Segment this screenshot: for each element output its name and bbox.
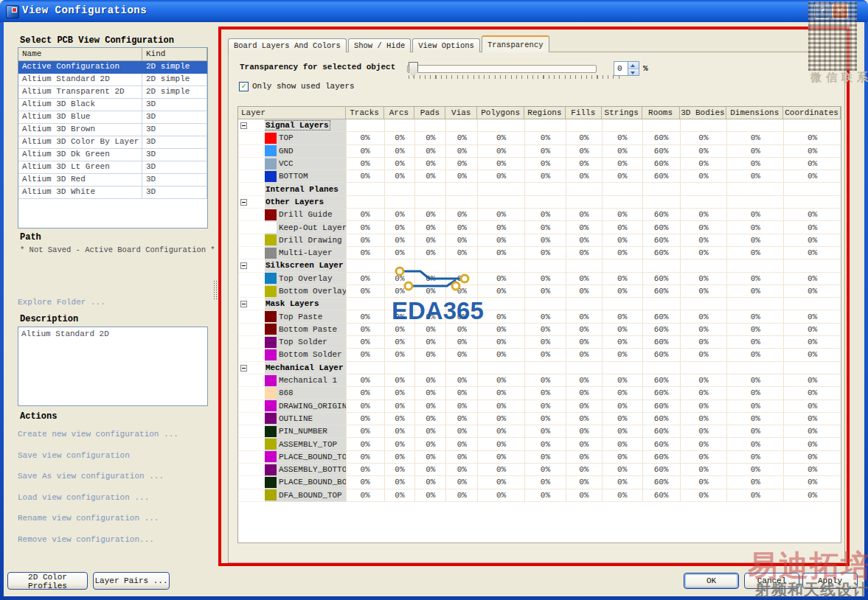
only-show-used-layers-checkbox[interactable]: ✓ <box>239 82 249 91</box>
transparency-value-cell[interactable]: 0% <box>477 273 524 285</box>
transparency-value-cell[interactable]: 0% <box>566 234 602 247</box>
panel-splitter-handle[interactable] <box>213 280 218 301</box>
transparency-value-cell[interactable]: 0% <box>726 132 783 144</box>
transparency-value-cell[interactable]: 0% <box>414 400 445 413</box>
transparency-value-cell[interactable] <box>384 119 415 132</box>
transparency-value-cell[interactable]: 0% <box>477 425 524 438</box>
layer-row[interactable]: Multi-Layer0%0%0%0%0%0%0%0%60%0%0%0% <box>238 247 841 259</box>
transparency-value-cell[interactable]: 0% <box>602 413 642 425</box>
transparency-value-cell[interactable]: 0% <box>414 476 445 489</box>
transparency-value-cell[interactable]: 0% <box>680 310 727 323</box>
config-row-kind[interactable]: 3D <box>142 136 207 149</box>
transparency-value-cell[interactable]: 0% <box>524 387 566 400</box>
layer-name-cell[interactable]: Multi-Layer <box>265 247 346 259</box>
transparency-value-cell[interactable]: 0% <box>680 476 727 489</box>
transparency-value-cell[interactable]: 0% <box>783 221 841 234</box>
transparency-value-cell[interactable]: 0% <box>566 145 602 158</box>
transparency-value-cell[interactable]: 0% <box>783 413 841 425</box>
layer-color-swatch[interactable] <box>265 413 277 424</box>
config-row-name[interactable]: Altium Transparent 2D <box>18 86 142 99</box>
layer-row[interactable]: OUTLINE0%0%0%0%0%0%0%0%60%0%0%0% <box>238 413 841 425</box>
layer-color-swatch[interactable] <box>265 464 277 475</box>
transparency-value-cell[interactable]: 0% <box>477 209 524 221</box>
transparency-value-cell[interactable]: 0% <box>445 221 477 234</box>
transparency-value-cell[interactable]: 0% <box>726 438 783 450</box>
transparency-value-cell[interactable]: 0% <box>726 273 783 285</box>
transparency-value-cell[interactable]: 0% <box>566 247 602 259</box>
transparency-value-cell[interactable]: 0% <box>783 234 841 247</box>
transparency-value-cell[interactable]: 0% <box>346 158 384 170</box>
transparency-value-cell[interactable]: 0% <box>384 413 415 425</box>
config-row[interactable]: Altium 3D Red3D <box>18 174 207 186</box>
layer-color-swatch[interactable] <box>265 388 277 399</box>
transparency-value-cell[interactable]: 0% <box>602 310 642 323</box>
transparency-value-cell[interactable]: 0% <box>783 489 841 502</box>
transparency-value-cell[interactable]: 0% <box>477 221 524 234</box>
layer-name-cell[interactable]: DFA_BOUND_TOP <box>265 489 346 502</box>
transparency-value-cell[interactable]: 0% <box>783 158 841 170</box>
transparency-value-cell[interactable] <box>414 196 445 209</box>
collapse-expander-icon[interactable] <box>240 365 247 371</box>
transparency-value-cell[interactable]: 0% <box>726 464 783 476</box>
transparency-value-cell[interactable]: 0% <box>384 464 415 476</box>
transparency-value-cell[interactable] <box>445 196 477 209</box>
transparency-value-cell[interactable]: 0% <box>414 464 445 476</box>
transparency-value-cell[interactable] <box>783 362 841 374</box>
layer-row[interactable]: Keep-Out Layer0%0%0%0%0%0%0%0%60%0%0%0% <box>238 221 841 234</box>
transparency-value-cell[interactable]: 0% <box>414 413 445 425</box>
transparency-value-cell[interactable]: 0% <box>602 247 642 259</box>
transparency-value-cell[interactable]: 0% <box>384 374 415 387</box>
config-row-name[interactable]: Altium 3D Lt Green <box>18 161 142 174</box>
transparency-value-cell[interactable]: 0% <box>566 170 602 183</box>
transparency-value-cell[interactable] <box>477 362 524 374</box>
transparency-value-cell[interactable] <box>445 259 477 272</box>
transparency-value-cell[interactable]: 0% <box>477 476 524 489</box>
transparency-value-cell[interactable] <box>414 298 445 310</box>
transparency-value-cell[interactable]: 0% <box>414 374 445 387</box>
layer-name-cell[interactable]: Bottom Overlay <box>265 285 346 298</box>
transparency-value-cell[interactable] <box>414 259 445 272</box>
transparency-value-cell[interactable]: 0% <box>726 234 783 247</box>
transparency-value-cell[interactable]: 0% <box>524 349 566 361</box>
transparency-value-cell[interactable]: 0% <box>726 247 783 259</box>
transparency-value-cell[interactable] <box>477 183 524 195</box>
column-header-pads[interactable]: Pads <box>414 107 445 119</box>
transparency-value-cell[interactable] <box>566 259 602 272</box>
action-link[interactable]: Save view configuration <box>18 451 130 460</box>
transparency-value-cell[interactable]: 0% <box>726 374 783 387</box>
transparency-value-cell[interactable] <box>602 259 642 272</box>
transparency-value-cell[interactable]: 0% <box>524 374 566 387</box>
transparency-value-cell[interactable] <box>602 119 642 132</box>
transparency-value-cell[interactable]: 0% <box>524 324 566 336</box>
transparency-value-cell[interactable]: 60% <box>642 451 680 464</box>
transparency-value-cell[interactable]: 0% <box>384 221 415 234</box>
transparency-value-cell[interactable]: 60% <box>642 413 680 425</box>
transparency-value-cell[interactable]: 0% <box>384 310 415 323</box>
transparency-value-cell[interactable]: 0% <box>445 145 477 158</box>
transparency-value-cell[interactable]: 0% <box>726 387 783 400</box>
transparency-value-cell[interactable]: 0% <box>384 247 415 259</box>
transparency-value-cell[interactable]: 0% <box>346 285 384 298</box>
transparency-value-cell[interactable]: 0% <box>566 438 602 450</box>
transparency-value-cell[interactable]: 0% <box>524 438 566 450</box>
transparency-value-cell[interactable]: 60% <box>642 234 680 247</box>
transparency-value-cell[interactable] <box>346 196 384 209</box>
layer-color-swatch[interactable] <box>265 222 277 233</box>
transparency-value-cell[interactable]: 0% <box>783 451 841 464</box>
layer-row[interactable]: Bottom Paste0%0%0%0%0%0%0%0%60%0%0%0% <box>238 324 841 336</box>
transparency-value-cell[interactable]: 0% <box>346 145 384 158</box>
transparency-value-cell[interactable]: 0% <box>566 324 602 336</box>
config-row-kind[interactable]: 3D <box>142 111 207 124</box>
config-row-name[interactable]: Altium 3D White <box>18 186 142 199</box>
transparency-value-cell[interactable] <box>726 119 783 132</box>
transparency-value-cell[interactable]: 0% <box>445 425 477 438</box>
group-row[interactable]: Mechanical Layer <box>238 362 841 374</box>
transparency-value-cell[interactable] <box>384 183 415 195</box>
transparency-value-cell[interactable]: 0% <box>414 336 445 349</box>
explore-folder-link[interactable]: Explore Folder ... <box>18 298 105 307</box>
transparency-value-cell[interactable]: 0% <box>445 476 477 489</box>
transparency-value-cell[interactable] <box>783 259 841 272</box>
transparency-value-cell[interactable]: 0% <box>445 451 477 464</box>
transparency-value-cell[interactable]: 60% <box>642 221 680 234</box>
transparency-value-cell[interactable] <box>726 362 783 374</box>
